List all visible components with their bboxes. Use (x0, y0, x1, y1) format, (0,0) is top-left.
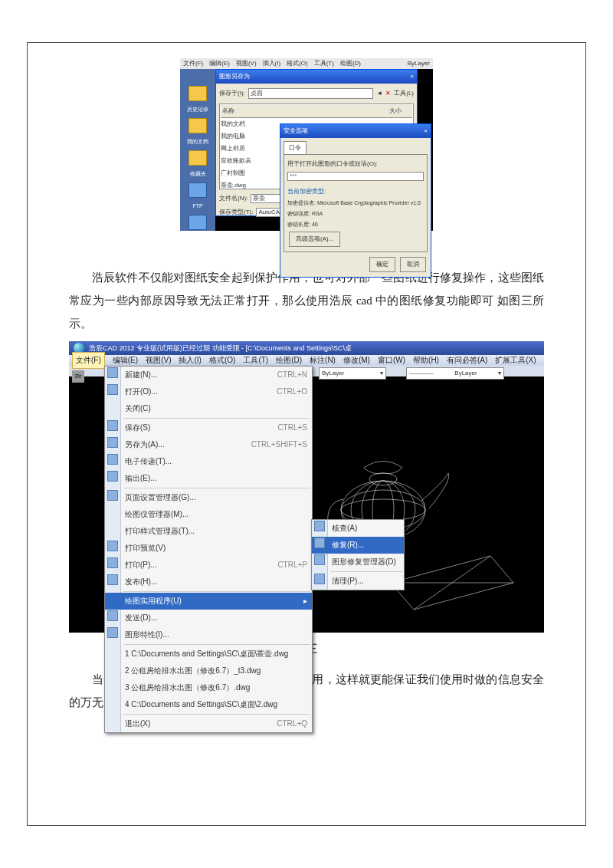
cancel-button[interactable]: 取消 (400, 257, 426, 272)
preview-icon (107, 541, 118, 551)
ftp-icon (188, 182, 207, 198)
recent-icon (188, 215, 207, 230)
menu-item[interactable]: 3 公租房给排水出图（修改6.7）.dwg (105, 679, 312, 696)
tab-password[interactable]: 口令 (284, 141, 306, 155)
menu-item[interactable]: 打印预览(V) (105, 540, 312, 557)
submenu-item[interactable]: 修复(R)... (312, 537, 404, 554)
menu-help[interactable]: 帮助(H) (413, 353, 439, 368)
bylayer-combo: ByLayer (408, 58, 430, 70)
close-icon[interactable]: × (424, 125, 428, 137)
utilities-submenu: 核查(A)修复(R)...图形修复管理器(D)清理(P)... (311, 519, 405, 590)
menu-ext[interactable]: 扩展工具(X) (495, 353, 536, 368)
pgset-icon (107, 490, 118, 501)
menu-item[interactable]: 保存(S)CTRL+S (105, 419, 312, 436)
menu-item[interactable]: 打印样式管理器(T)... (105, 523, 312, 540)
folder-icon (188, 86, 207, 101)
menu-item[interactable]: 关闭(C) (105, 400, 312, 417)
dialog-title: 图形另存为× (216, 70, 417, 84)
menu-item[interactable]: 发布(H)... (105, 574, 312, 590)
export-icon (107, 471, 118, 482)
advanced-button[interactable]: 高级选项(A)... (289, 232, 340, 247)
svg-point-2 (341, 499, 425, 521)
chevron-down-icon: ▾ (380, 367, 383, 380)
disk-icon (107, 420, 118, 431)
menu-item[interactable]: 打开(O)...CTRL+O (105, 383, 312, 400)
menu-window[interactable]: 窗口(W) (378, 353, 405, 368)
submenu-item[interactable]: 清理(P)... (312, 573, 404, 590)
menu-item[interactable]: 4 C:\Documents and Settings\SC\桌面\2.dwg (105, 696, 312, 713)
menu-item[interactable]: 输出(E)... (105, 470, 312, 487)
menu-item[interactable]: 电子传递(T)... (105, 453, 312, 470)
menubar: 文件(F) 编辑(E) 视图(V) 插入(I) 格式(O) 工具(T) 绘图(D… (69, 355, 544, 366)
menu-item[interactable]: 绘图仪管理器(M)... (105, 506, 312, 523)
menu-item[interactable]: 另存为(A)...CTRL+SHIFT+S (105, 436, 312, 453)
back-icon[interactable]: ◄ (376, 87, 382, 100)
disk2-icon (107, 437, 118, 448)
dialog-title: 安全选项× (280, 124, 431, 138)
delete-icon[interactable]: ✕ (385, 87, 391, 100)
file-menu: 新建(N)...CTRL+N打开(O)...CTRL+O关闭(C)保存(S)CT… (104, 366, 313, 733)
submenu-item[interactable]: 图形修复管理器(D) (312, 554, 404, 570)
menu-item[interactable]: 图形特性(I)... (105, 626, 312, 643)
bylayer-combo[interactable]: ———— ByLayer▾ (406, 367, 504, 380)
folder-icon (107, 384, 118, 395)
recover-icon (314, 538, 325, 548)
drawing-tab[interactable]: Dr (72, 370, 84, 383)
audit-icon (314, 521, 325, 531)
pack-icon (107, 454, 118, 465)
menu-item[interactable]: 1 C:\Documents and Settings\SC\桌面\茶壶.dwg (105, 646, 312, 663)
folder-icon (188, 118, 207, 133)
menu-item[interactable]: 发送(D)... (105, 610, 312, 626)
mail-icon (107, 610, 118, 621)
menu-item[interactable]: 2 公租房给排水出图（修改6.7）_t3.dwg (105, 663, 312, 679)
page-icon (107, 367, 118, 378)
figure-3-screenshot: 浩辰CAD 2012 专业版(试用版)已经过期 功能受限 - [C:\Docum… (69, 341, 544, 633)
figure-2-screenshot: 文件(F)编辑(E)视图(V)插入(I)格式(O)工具(T)绘图(D) ByLa… (180, 58, 433, 231)
submenu-item[interactable]: 核查(A) (312, 520, 404, 537)
pub-icon (107, 574, 118, 585)
menubar: 文件(F)编辑(E)视图(V)插入(I)格式(O)工具(T)绘图(D) ByLa… (180, 58, 433, 69)
security-options-dialog: 安全选项× 口令 用于打开此图形的口令或短语(O): *** 当前加密类型: 加… (280, 123, 431, 278)
close-icon[interactable]: × (410, 71, 414, 83)
menu-item[interactable]: 绘图实用程序(U)▸ (105, 593, 312, 610)
bylayer-combo[interactable]: ByLayer▾ (319, 367, 386, 380)
menu-item[interactable]: 页面设置管理器(G)... (105, 489, 312, 506)
svg-point-6 (369, 473, 397, 485)
print-icon (107, 557, 118, 568)
star-icon (188, 150, 207, 166)
menu-dimension[interactable]: 标注(N) (310, 353, 336, 368)
ok-button[interactable]: 确定 (369, 257, 395, 272)
lookin-combo[interactable]: 桌面 (248, 88, 374, 99)
places-panel: 历史记录 我的文档 收藏夹 FTP 最近文件夹 (180, 69, 215, 231)
prop-icon (107, 627, 118, 638)
menu-item[interactable]: 打印(P)...CTRL+P (105, 557, 312, 574)
menu-modify[interactable]: 修改(M) (343, 353, 370, 368)
menu-item[interactable]: 新建(N)...CTRL+N (105, 367, 312, 383)
menu-item[interactable]: 退出(X)CTRL+Q (105, 715, 312, 732)
menu-qa[interactable]: 有问必答(A) (447, 353, 487, 368)
password-input[interactable]: *** (287, 172, 424, 181)
menu-file[interactable]: 文件(F) (72, 352, 105, 369)
purge-icon (314, 574, 325, 584)
mgr-icon (314, 554, 325, 565)
chevron-down-icon: ▾ (498, 367, 501, 380)
